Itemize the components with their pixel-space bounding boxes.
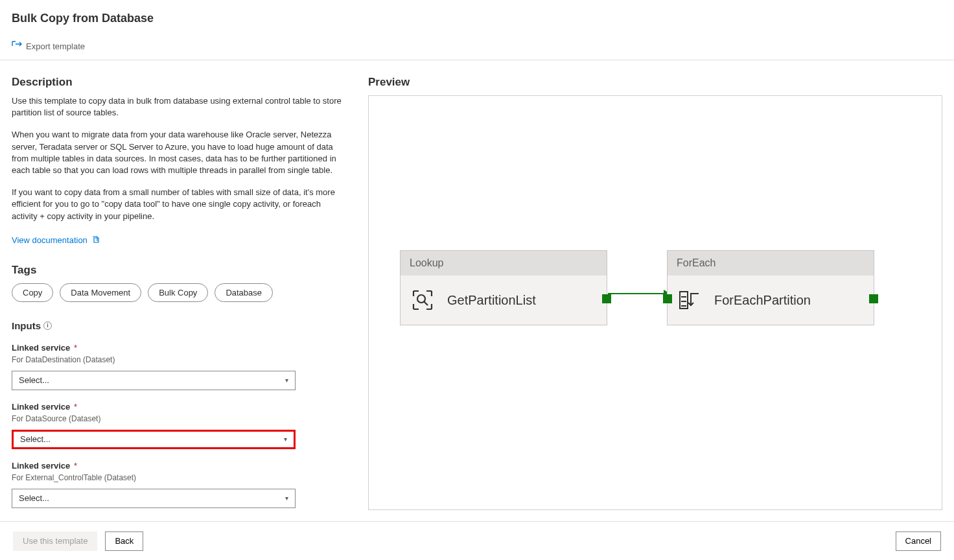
toolbar: Export template: [0, 41, 954, 60]
input-group-datasource: Linked service * For DataSource (Dataset…: [12, 402, 349, 449]
flow-arrow: [608, 293, 669, 294]
export-icon: [12, 41, 22, 52]
select-value: Select...: [20, 434, 51, 444]
tags-heading: Tags: [12, 264, 349, 277]
input-label: Linked service: [12, 343, 70, 353]
chevron-down-icon: ▾: [285, 377, 288, 384]
external-link-icon: [91, 235, 100, 246]
required-marker: *: [74, 461, 77, 471]
node-title: ForEachPartition: [714, 293, 811, 308]
chevron-down-icon: ▾: [284, 436, 287, 443]
back-button[interactable]: Back: [105, 531, 143, 551]
chevron-down-icon: ▾: [285, 495, 288, 502]
activity-node-lookup[interactable]: Lookup GetPartitionList: [400, 250, 607, 325]
use-this-template-button: Use this template: [13, 531, 97, 551]
select-value: Select...: [19, 375, 49, 385]
input-group-controltable: Linked service * For External_ControlTab…: [12, 461, 349, 508]
footer: Use this template Back Cancel: [0, 521, 954, 560]
linked-service-select-controltable[interactable]: Select... ▾: [12, 489, 296, 508]
required-marker: *: [74, 343, 77, 353]
input-sublabel: For DataDestination (Dataset): [12, 355, 349, 364]
inputs-heading: Inputs i: [12, 320, 52, 331]
input-label: Linked service: [12, 402, 70, 412]
page-title: Bulk Copy from Database: [0, 0, 954, 25]
input-group-datadestination: Linked service * For DataDestination (Da…: [12, 343, 349, 390]
foreach-icon: [677, 287, 703, 313]
description-heading: Description: [12, 76, 349, 89]
tag-bulk-copy[interactable]: Bulk Copy: [148, 283, 208, 302]
node-header: ForEach: [668, 251, 874, 275]
tag-data-movement[interactable]: Data Movement: [60, 283, 141, 302]
connector-in[interactable]: [663, 294, 672, 303]
tag-copy[interactable]: Copy: [12, 283, 53, 302]
cancel-button[interactable]: Cancel: [896, 531, 941, 551]
export-template-link[interactable]: Export template: [12, 41, 85, 52]
node-header: Lookup: [401, 251, 607, 275]
preview-canvas[interactable]: Lookup GetPartitionList ForEach ForEachP…: [368, 95, 942, 510]
activity-node-foreach[interactable]: ForEach ForEachPartition: [667, 250, 874, 325]
input-sublabel: For DataSource (Dataset): [12, 414, 349, 423]
input-label: Linked service: [12, 461, 70, 471]
select-value: Select...: [19, 493, 49, 503]
description-p3: If you want to copy data from a small nu…: [12, 187, 342, 222]
lookup-icon: [410, 287, 436, 313]
required-marker: *: [74, 402, 77, 412]
view-documentation-link[interactable]: View documentation: [12, 235, 100, 246]
connector-out[interactable]: [602, 294, 611, 303]
connector-out[interactable]: [869, 294, 878, 303]
description-p1: Use this template to copy data in bulk f…: [12, 95, 342, 119]
info-icon[interactable]: i: [43, 321, 52, 330]
doc-link-label: View documentation: [12, 235, 87, 245]
export-template-label: Export template: [26, 41, 85, 51]
linked-service-select-datasource[interactable]: Select... ▾: [12, 430, 296, 449]
input-sublabel: For External_ControlTable (Dataset): [12, 473, 349, 482]
inputs-heading-label: Inputs: [12, 320, 41, 331]
tag-database[interactable]: Database: [215, 283, 273, 302]
preview-heading: Preview: [368, 76, 942, 89]
description-p2: When you want to migrate data from your …: [12, 129, 342, 176]
linked-service-select-datadestination[interactable]: Select... ▾: [12, 371, 296, 390]
node-title: GetPartitionList: [447, 293, 536, 308]
